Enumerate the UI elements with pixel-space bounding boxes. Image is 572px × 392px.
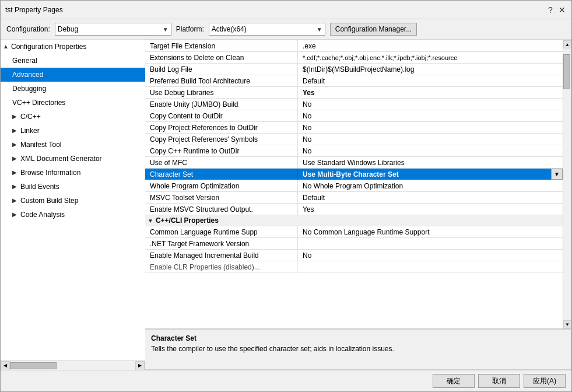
h-scroll-left-btn[interactable]: ◀: [1, 361, 10, 370]
prop-name-unity-build: Enable Unity (JUMBO) Build: [145, 99, 298, 110]
prop-value-build-log: $(IntDir)$(MSBuildProjectName).log: [298, 64, 563, 75]
expand-arrow-config-props: ▲: [3, 41, 11, 52]
sidebar-label-debugging: Debugging: [12, 85, 46, 93]
prop-value-pref-build-arch: Default: [298, 75, 563, 86]
close-button[interactable]: ✕: [557, 5, 567, 15]
prop-name-ext-delete: Extensions to Delete on Clean: [145, 52, 298, 63]
help-button[interactable]: ?: [546, 5, 555, 15]
cancel-button[interactable]: 取消: [478, 374, 520, 388]
main-area: ▲ Configuration Properties General Advan…: [1, 40, 571, 370]
config-label: Configuration:: [6, 25, 50, 33]
char-set-dropdown-btn[interactable]: ▼: [551, 169, 563, 180]
vertical-scrollbar[interactable]: ▲ ▼: [563, 40, 571, 328]
sidebar-item-browse-info[interactable]: ▶ Browse Information: [1, 166, 145, 180]
prop-value-copy-proj-refs: No: [298, 122, 563, 133]
sidebar-label-advanced: Advanced: [12, 71, 43, 79]
sidebar-label-custom-build-step: Custom Build Step: [20, 195, 78, 206]
expand-arrow-c-cpp: ▶: [12, 111, 20, 123]
prop-row-enable-clr-prop[interactable]: Enable CLR Properties (disabled)...: [145, 261, 563, 273]
prop-value-net-target: [298, 238, 563, 249]
section-header-cpp-cli[interactable]: ▼ C++/CLI Properties: [145, 215, 563, 226]
prop-value-copy-proj-syms: No: [298, 134, 563, 145]
prop-name-enable-clr-prop: Enable CLR Properties (disabled)...: [145, 261, 298, 272]
content-area: Target File Extension .exe Extensions to…: [145, 40, 571, 370]
prop-name-enable-msvc-struct: Enable MSVC Structured Output.: [145, 204, 298, 215]
expand-arrow-custom-build-step: ▶: [12, 195, 20, 206]
config-manager-button[interactable]: Configuration Manager...: [330, 23, 417, 36]
prop-name-char-set: Character Set: [145, 169, 298, 180]
prop-row-net-target[interactable]: .NET Target Framework Version: [145, 238, 563, 250]
prop-name-whole-prog-opt: Whole Program Optimization: [145, 180, 298, 191]
prop-value-target-ext: .exe: [298, 40, 563, 51]
prop-row-enable-msvc-struct[interactable]: Enable MSVC Structured Output. Yes: [145, 204, 563, 215]
apply-button[interactable]: 应用(A): [524, 374, 566, 388]
title-bar-right: ? ✕: [546, 5, 567, 15]
prop-value-enable-managed-incr: No: [298, 250, 563, 261]
prop-row-pref-build-arch[interactable]: Preferred Build Tool Architecture Defaul…: [145, 75, 563, 87]
prop-value-copy-runtime: No: [298, 145, 563, 156]
platform-label: Platform:: [176, 25, 204, 33]
prop-row-build-log[interactable]: Build Log File $(IntDir)$(MSBuildProject…: [145, 64, 563, 75]
prop-row-ext-delete[interactable]: Extensions to Delete on Clean *.cdf;*.ca…: [145, 52, 563, 64]
expand-arrow-linker: ▶: [12, 125, 20, 136]
sidebar-item-linker[interactable]: ▶ Linker: [1, 124, 145, 138]
sidebar-item-advanced[interactable]: Advanced: [1, 68, 145, 82]
config-row: Configuration: Debug ▼ Platform: Active(…: [1, 19, 571, 40]
sidebar-item-code-analysis[interactable]: ▶ Code Analysis: [1, 208, 145, 222]
prop-name-copy-runtime: Copy C++ Runtime to OutDir: [145, 145, 298, 156]
sidebar-label-c-cpp: C/C++: [20, 111, 41, 123]
sidebar-item-custom-build-step[interactable]: ▶ Custom Build Step: [1, 194, 145, 208]
prop-row-use-debug-libs[interactable]: Use Debug Libraries Yes: [145, 87, 563, 99]
prop-name-use-mfc: Use of MFC: [145, 157, 298, 168]
ok-button[interactable]: 确定: [433, 374, 475, 388]
prop-row-copy-content[interactable]: Copy Content to OutDir No: [145, 110, 563, 122]
sidebar-label-browse-info: Browse Information: [20, 167, 80, 178]
sidebar-label-config-props: Configuration Properties: [11, 41, 86, 52]
prop-row-clr-support[interactable]: Common Language Runtime Supp No Common L…: [145, 226, 563, 238]
prop-name-target-ext: Target File Extension: [145, 40, 298, 51]
prop-row-enable-managed-incr[interactable]: Enable Managed Incremental Build No: [145, 250, 563, 261]
sidebar-label-build-events: Build Events: [20, 181, 59, 192]
prop-row-use-mfc[interactable]: Use of MFC Use Standard Windows Librarie…: [145, 157, 563, 169]
h-scroll-right-btn[interactable]: ▶: [135, 361, 145, 370]
sidebar-item-config-props[interactable]: ▲ Configuration Properties: [1, 40, 145, 54]
expand-arrow-manifest-tool: ▶: [12, 139, 20, 150]
sidebar-item-build-events[interactable]: ▶ Build Events: [1, 180, 145, 194]
prop-row-msvc-toolset[interactable]: MSVC Toolset Version Default: [145, 192, 563, 204]
prop-value-unity-build: No: [298, 99, 563, 110]
prop-row-copy-proj-refs[interactable]: Copy Project References to OutDir No: [145, 122, 563, 134]
prop-row-char-set[interactable]: Character Set Use Multi-Byte Character S…: [145, 169, 563, 180]
sidebar-item-general[interactable]: General: [1, 54, 145, 68]
sidebar-item-xml-doc-gen[interactable]: ▶ XML Document Generator: [1, 152, 145, 166]
h-scroll-thumb[interactable]: [10, 362, 57, 369]
prop-row-target-ext[interactable]: Target File Extension .exe: [145, 40, 563, 52]
prop-row-whole-prog-opt[interactable]: Whole Program Optimization No Whole Prog…: [145, 180, 563, 192]
sidebar-item-debugging[interactable]: Debugging: [1, 82, 145, 96]
prop-name-build-log: Build Log File: [145, 64, 298, 75]
prop-value-use-debug-libs: Yes: [298, 87, 563, 98]
title-bar-left: tst Property Pages: [5, 6, 63, 14]
expand-arrow-build-events: ▶: [12, 181, 20, 192]
sidebar-horizontal-scrollbar[interactable]: ◀ ▶: [1, 360, 145, 370]
v-scroll-down-btn[interactable]: ▼: [563, 320, 571, 328]
v-scroll-up-btn[interactable]: ▲: [563, 40, 571, 48]
expand-arrow-code-analysis: ▶: [12, 209, 20, 220]
sidebar-item-vc-dirs[interactable]: VC++ Directories: [1, 96, 145, 110]
prop-row-unity-build[interactable]: Enable Unity (JUMBO) Build No: [145, 99, 563, 110]
platform-select[interactable]: Active(x64) ▼: [209, 23, 325, 36]
config-select[interactable]: Debug ▼: [55, 23, 171, 36]
prop-value-enable-clr-prop: [298, 261, 563, 272]
sidebar-item-c-cpp[interactable]: ▶ C/C++: [1, 110, 145, 124]
v-scroll-thumb[interactable]: [563, 54, 570, 89]
sidebar-label-vc-dirs: VC++ Directories: [12, 99, 65, 107]
cpp-cli-section-label: C++/CLI Properties: [156, 216, 219, 225]
property-grid: Target File Extension .exe Extensions to…: [145, 40, 563, 328]
prop-name-enable-managed-incr: Enable Managed Incremental Build: [145, 250, 298, 261]
prop-row-copy-runtime[interactable]: Copy C++ Runtime to OutDir No: [145, 145, 563, 157]
prop-value-enable-msvc-struct: Yes: [298, 204, 563, 215]
prop-value-clr-support: No Common Language Runtime Support: [298, 226, 563, 237]
sidebar-item-manifest-tool[interactable]: ▶ Manifest Tool: [1, 138, 145, 152]
prop-row-copy-proj-syms[interactable]: Copy Project References' Symbols No: [145, 134, 563, 145]
bottom-buttons: 确定 取消 应用(A): [1, 370, 571, 391]
expand-arrow-xml-doc-gen: ▶: [12, 153, 20, 164]
